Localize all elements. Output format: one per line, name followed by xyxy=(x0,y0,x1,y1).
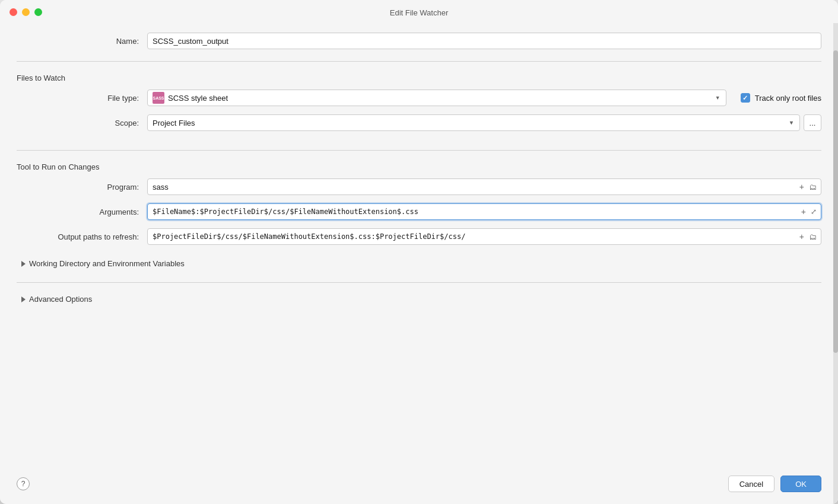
file-type-select-wrapper: SASS SCSS style sheet xyxy=(147,90,726,106)
spacer-2 xyxy=(17,272,821,279)
folder-icon: 🗂 xyxy=(809,183,817,192)
arguments-input[interactable] xyxy=(147,203,821,220)
working-dir-label: Working Directory and Environment Variab… xyxy=(29,259,185,268)
program-add-button[interactable]: + xyxy=(798,182,805,192)
section-divider-1 xyxy=(17,61,821,62)
file-type-label: File type: xyxy=(17,94,147,103)
track-only-label: Track only root files xyxy=(755,94,821,103)
expand-icon: ⤢ xyxy=(811,208,817,216)
dialog-footer: ? Cancel OK xyxy=(0,467,838,504)
edit-file-watcher-dialog: Edit File Watcher Name: Files to Watch F… xyxy=(0,0,838,504)
program-row: Program: + 🗂 xyxy=(17,178,821,195)
help-button[interactable]: ? xyxy=(17,477,30,490)
output-paths-label: Output paths to refresh: xyxy=(17,232,147,241)
titlebar: Edit File Watcher xyxy=(0,0,838,23)
arguments-label: Arguments: xyxy=(17,208,147,216)
output-paths-input[interactable] xyxy=(147,228,821,245)
name-row: Name: xyxy=(17,33,821,49)
advanced-expand-icon xyxy=(21,296,26,302)
files-to-watch-header: Files to Watch xyxy=(17,74,821,82)
program-field-wrapper: + 🗂 xyxy=(147,178,821,195)
output-paths-folder-button[interactable]: 🗂 xyxy=(808,232,818,241)
cancel-button[interactable]: Cancel xyxy=(728,476,774,492)
output-paths-action-buttons: + 🗂 xyxy=(798,232,818,241)
arguments-row: Arguments: + ⤢ xyxy=(17,203,821,220)
tool-section-header: Tool to Run on Changes xyxy=(17,162,821,171)
file-type-controls: SASS SCSS style sheet Track only root fi… xyxy=(147,90,821,106)
footer-actions: Cancel OK xyxy=(728,476,821,492)
file-type-select[interactable]: SASS SCSS style sheet xyxy=(147,90,726,106)
name-label: Name: xyxy=(17,37,147,46)
section-divider-3 xyxy=(17,282,821,283)
track-only-row: Track only root files xyxy=(741,93,821,103)
program-folder-button[interactable]: 🗂 xyxy=(808,183,818,192)
output-paths-add-button[interactable]: + xyxy=(798,232,805,241)
name-field-wrapper xyxy=(147,33,821,49)
working-dir-section[interactable]: Working Directory and Environment Variab… xyxy=(17,256,821,272)
spacer-flex xyxy=(17,307,821,455)
arguments-field-wrapper: + ⤢ xyxy=(147,203,821,220)
ok-button[interactable]: OK xyxy=(780,476,821,492)
advanced-label: Advanced Options xyxy=(29,295,92,304)
dialog-content: Name: Files to Watch File type: SASS SCS… xyxy=(0,23,838,467)
scope-row-inner: Project Files ▼ ... xyxy=(147,114,821,131)
scope-label: Scope: xyxy=(17,119,147,127)
scope-row: Scope: Project Files ▼ ... xyxy=(17,114,821,131)
name-input[interactable] xyxy=(147,33,821,49)
program-label: Program: xyxy=(17,183,147,192)
arguments-action-buttons: + ⤢ xyxy=(800,207,818,216)
spacer-1 xyxy=(17,139,821,146)
scope-controls: Project Files ▼ ... xyxy=(147,114,821,131)
section-divider-2 xyxy=(17,150,821,151)
maximize-button[interactable] xyxy=(34,8,42,16)
arguments-input-wrapper: + ⤢ xyxy=(147,203,821,220)
output-folder-icon: 🗂 xyxy=(809,232,817,241)
program-input[interactable] xyxy=(147,178,821,195)
scope-ellipsis-button[interactable]: ... xyxy=(804,114,821,131)
window-controls xyxy=(9,8,42,16)
arguments-add-button[interactable]: + xyxy=(800,207,807,216)
scope-select-wrapper: Project Files ▼ xyxy=(147,114,800,131)
close-button[interactable] xyxy=(9,8,17,16)
scrollbar[interactable] xyxy=(833,0,838,504)
program-input-wrapper: + 🗂 xyxy=(147,178,821,195)
file-type-row: File type: SASS SCSS style sheet Track o… xyxy=(17,90,821,106)
output-paths-input-wrapper: + 🗂 xyxy=(147,228,821,245)
working-dir-expand-icon xyxy=(21,261,26,267)
dialog-title: Edit File Watcher xyxy=(390,8,449,17)
scrollbar-thumb[interactable] xyxy=(833,50,838,353)
minimize-button[interactable] xyxy=(22,8,30,16)
advanced-section[interactable]: Advanced Options xyxy=(17,291,821,307)
track-only-checkbox[interactable] xyxy=(741,93,750,103)
scope-select[interactable]: Project Files xyxy=(147,114,800,131)
output-paths-row: Output paths to refresh: + 🗂 xyxy=(17,228,821,245)
program-action-buttons: + 🗂 xyxy=(798,182,818,192)
arguments-expand-button[interactable]: ⤢ xyxy=(810,208,818,216)
output-paths-field-wrapper: + 🗂 xyxy=(147,228,821,245)
sass-icon: SASS xyxy=(153,92,164,104)
